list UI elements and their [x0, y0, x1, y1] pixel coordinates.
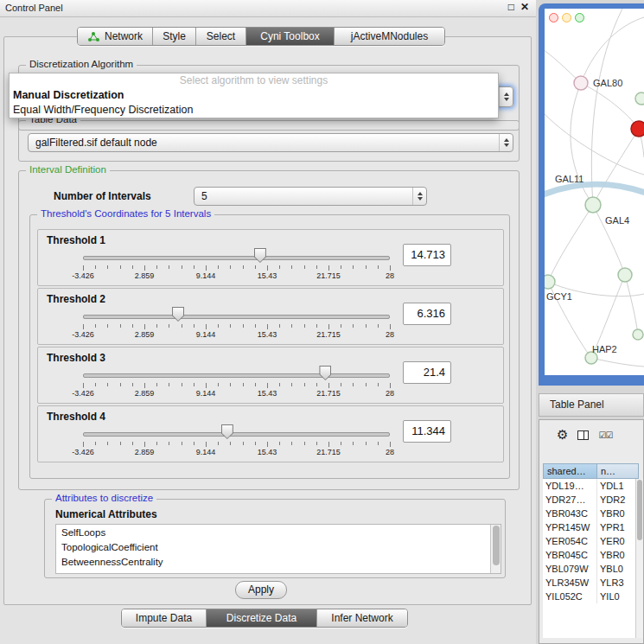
network-node-gal4[interactable]: [585, 197, 601, 213]
zoom-window-icon[interactable]: [575, 13, 584, 22]
tick-mark: [316, 383, 317, 386]
node-label-hap2: HAP2: [592, 344, 617, 354]
network-node[interactable]: [633, 329, 643, 340]
column-header-name[interactable]: n…: [597, 463, 639, 479]
table-panel-toolbar: ⚙ ☑☑: [557, 425, 612, 444]
slider-thumb[interactable]: [319, 366, 331, 380]
close-window-icon[interactable]: [549, 13, 558, 22]
combo-stepper-icon[interactable]: [499, 87, 513, 106]
network-node-gcy1[interactable]: [545, 275, 555, 289]
tick-mark: [316, 324, 317, 328]
table-row[interactable]: YPR145WYPR1: [543, 520, 639, 534]
list-item[interactable]: BetweennessCentrality: [56, 555, 489, 570]
tick-mark: [206, 265, 207, 271]
tick-mark: [353, 324, 354, 328]
table-row[interactable]: YBR045CYBR0: [543, 548, 639, 562]
network-node[interactable]: [618, 268, 632, 282]
tick-mark: [83, 324, 84, 329]
minimize-window-icon[interactable]: [562, 13, 571, 22]
scrollbar-thumb[interactable]: [637, 480, 642, 540]
list-item[interactable]: SelfLoops: [56, 526, 489, 540]
tab-style[interactable]: Style: [152, 28, 195, 45]
network-node-gal80[interactable]: [574, 76, 588, 90]
network-node[interactable]: [635, 92, 644, 105]
tab-select[interactable]: Select: [195, 28, 245, 45]
tab-cyni-toolbox[interactable]: Cyni Toolbox: [245, 28, 334, 45]
table-row[interactable]: YBL079WYBL0: [543, 562, 639, 576]
combo-stepper-icon[interactable]: [499, 134, 513, 151]
tick-mark: [107, 442, 108, 445]
table-scrollbar[interactable]: [635, 479, 643, 638]
numerical-attributes-label: Numerical Attributes: [55, 508, 157, 520]
tick-mark: [378, 324, 379, 328]
dropdown-option-equal-width-frequency[interactable]: Equal Width/Frequency Discretization: [10, 103, 498, 118]
slider-thumb[interactable]: [254, 248, 266, 263]
slider-thumb[interactable]: [221, 424, 233, 439]
tab-infer-network[interactable]: Infer Network: [316, 609, 407, 627]
interval-definition-group: Interval Definition Number of Intervals …: [18, 170, 520, 490]
tick-mark: [144, 383, 145, 388]
column-header-shared-name[interactable]: shared…: [543, 463, 597, 479]
apply-button[interactable]: Apply: [235, 581, 287, 599]
tick-mark: [255, 265, 256, 269]
cell-name: YIL0: [597, 590, 639, 603]
scale-label: 2.859: [135, 330, 155, 339]
tab-impute-data[interactable]: Impute Data: [122, 609, 206, 627]
tick-mark: [255, 442, 256, 445]
threshold-value-field[interactable]: 14.713: [403, 244, 451, 266]
thresholds-group: Threshold's Coordinates for 5 Intervals …: [29, 214, 510, 479]
table-row[interactable]: YLR345WYLR3: [543, 576, 639, 590]
table-row[interactable]: YDR27…YDR2: [543, 493, 639, 507]
threshold-value-field[interactable]: 11.344: [403, 420, 451, 443]
tick-mark: [316, 442, 317, 445]
tick-mark: [328, 265, 329, 271]
list-scrollbar[interactable]: [490, 525, 501, 573]
threshold-value-field[interactable]: 21.4: [403, 361, 451, 384]
slider-track[interactable]: [83, 256, 390, 260]
table-row[interactable]: YER054CYER0: [543, 534, 639, 548]
table-data-combo[interactable]: galFiltered.sif default node: [28, 133, 513, 152]
gear-icon[interactable]: ⚙: [557, 427, 568, 443]
tick-mark: [255, 383, 256, 386]
node-table-body: YDL19…YDL1YDR27…YDR2YBR043CYBR0YPR145WYP…: [543, 479, 639, 638]
numerical-attributes-list[interactable]: SelfLoopsTopologicalCoefficientBetweenne…: [55, 524, 501, 574]
tab-jactivemnodules[interactable]: jActiveMNodules: [334, 28, 444, 45]
tick-mark: [378, 383, 379, 386]
slider-track[interactable]: [83, 315, 390, 319]
threshold-label: Threshold 3: [47, 352, 105, 364]
scrollbar-thumb[interactable]: [493, 526, 500, 565]
tick-mark: [107, 383, 108, 386]
slider-track[interactable]: [83, 373, 390, 378]
node-label-gal80: GAL80: [593, 78, 622, 88]
tick-mark: [353, 442, 354, 445]
table-row[interactable]: YIL052CYIL0: [543, 590, 639, 603]
list-item[interactable]: TopologicalCoefficient: [56, 540, 489, 555]
close-panel-icon[interactable]: ✕: [520, 1, 529, 13]
slider-track[interactable]: [83, 432, 390, 437]
table-panel-header: Table Panel: [539, 393, 644, 417]
network-edge-thick: [545, 184, 644, 195]
network-canvas[interactable]: GAL80 GAL11 GAL4 GCY1 HAP2: [545, 9, 644, 375]
slider-thumb[interactable]: [172, 307, 184, 322]
tab-network[interactable]: Network: [78, 28, 152, 45]
number-of-intervals-combo[interactable]: 5: [194, 187, 427, 206]
tick-mark: [230, 383, 231, 386]
table-row[interactable]: YDL19…YDL1: [543, 479, 639, 493]
cell-name: YDR2: [597, 493, 639, 507]
table-row[interactable]: YBR043CYBR0: [543, 507, 639, 520]
network-node-highlighted[interactable]: [631, 121, 644, 137]
tick-mark: [218, 442, 219, 445]
dropdown-option-manual-discretization[interactable]: Manual Discretization: [10, 88, 498, 103]
tick-mark: [279, 442, 280, 445]
columns-icon[interactable]: [577, 430, 589, 440]
node-label-gal11: GAL11: [555, 174, 583, 184]
threshold-value-field[interactable]: 6.316: [403, 303, 451, 325]
slider-scale-labels: -3.4262.8599.14415.4321.71528: [38, 330, 503, 340]
scale-label: 28: [386, 271, 394, 280]
combo-stepper-icon[interactable]: [412, 188, 426, 205]
tick-mark: [267, 383, 268, 388]
tab-discretize-data[interactable]: Discretize Data: [206, 609, 316, 627]
select-columns-icon[interactable]: ☑☑: [598, 430, 612, 440]
threshold-label: Threshold 1: [47, 234, 105, 246]
float-panel-icon[interactable]: □: [508, 1, 514, 13]
